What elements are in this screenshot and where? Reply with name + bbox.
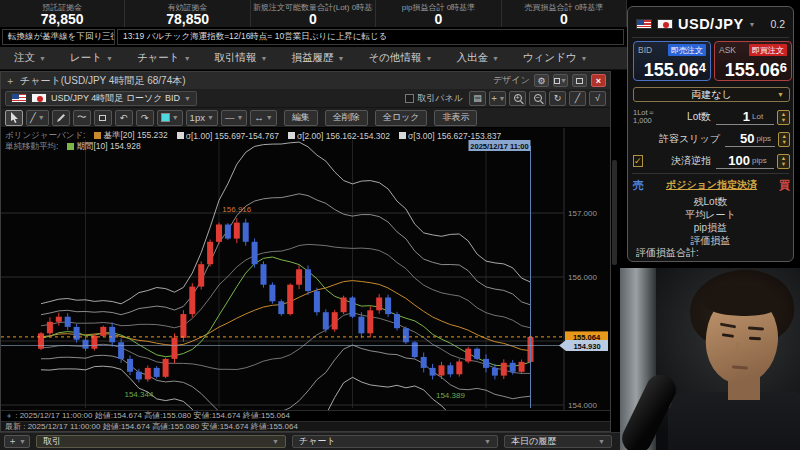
gear-icon[interactable]: ⚙ [534,74,549,87]
scrollbar[interactable] [612,160,617,265]
crosshair-icon[interactable]: ＋▼ [489,91,506,106]
line-tool-icon[interactable]: ╱▼ [26,110,49,126]
account-value: 78,850 [166,13,209,26]
chevron-down-icon: ▼ [338,55,345,62]
svg-text:154.930: 154.930 [573,342,600,351]
edit-button[interactable]: 編集 [284,110,318,126]
total-pl-label: 評価損益合計: [636,246,699,260]
undo-icon[interactable]: ↶ [115,110,133,126]
stamp-tool-icon[interactable] [94,110,112,126]
taskbar-tab-trade[interactable]: 取引▼ [36,435,286,448]
refresh-icon[interactable]: ↻ [549,91,566,106]
chart-titlebar[interactable]: ＋ チャート(USD/JPY 4時間足 68/74本) デザイン ⚙ ▼ × [1,72,610,89]
account-summary-bar: 預託証拠金 78,850 有効証拠金 78,850 新規注文可能数量合計(Lot… [0,0,627,28]
add-tab-button[interactable]: ＋▼ [4,435,30,448]
menu-rates[interactable]: レート▼ [70,51,113,65]
menu-bar: 注文▼ レート▼ チャート▼ 取引情報▼ 損益履歴▼ その他情報▼ 入出金▼ ウ… [0,47,627,70]
bottom-taskbar: ＋▼ 取引▼ チャート▼ 本日の履歴▼ [0,432,620,450]
menu-window[interactable]: ウィンドウ▼ [523,51,588,65]
slippage-label: 許容スリップ [659,132,725,146]
color-picker[interactable]: ▼ [157,110,183,126]
delete-all-button[interactable]: 全削除 [325,110,368,126]
signal-box[interactable]: 転換線が基準線を下回り三役好転解消 [2,29,115,45]
hide-button[interactable]: 非表示 [434,110,477,126]
move-icon[interactable]: ＋ [5,74,15,88]
lock-all-button[interactable]: 全ロック [375,110,428,126]
chevron-down-icon: ▼ [184,55,191,62]
line-style-dropdown[interactable]: —▼ [221,110,247,126]
pencil-tool-icon[interactable] [52,110,70,126]
hedge-mode-value: 両建なし [691,88,731,102]
lot-stepper[interactable]: ▲▼ [777,110,790,125]
position-close-row: 売 ポジション指定決済 買 [633,178,790,192]
slippage-input[interactable]: 50 [725,131,754,147]
stop-input[interactable]: 100 [716,153,750,169]
pen-icon[interactable]: ╱ [569,91,586,106]
trading-app: 預託証拠金 78,850 有効証拠金 78,850 新規注文可能数量合計(Lot… [0,0,800,450]
trade-panel-checkbox[interactable] [405,94,414,103]
hedge-mode-select[interactable]: 両建なし ▼ [633,87,790,102]
svg-text:2025/12/17 11:00: 2025/12/17 11:00 [470,142,528,151]
chevron-down-icon: ▼ [106,55,113,62]
chevron-down-icon: ▼ [581,55,588,62]
chevron-down-icon[interactable]: ▼ [749,21,756,28]
jp-flag-icon [657,19,673,29]
menu-chart[interactable]: チャート▼ [137,51,191,65]
arrow-style-dropdown[interactable]: ↔▼ [250,110,276,126]
bid-button[interactable]: BID 即売注文 155.064 [633,41,711,81]
slippage-stepper[interactable]: ▲▼ [778,132,790,147]
taskbar-tab-chart[interactable]: チャート▼ [292,435,498,448]
symbol-dropdown[interactable]: USD/JPY 4時間足 ローソク BID ▼ [5,91,197,106]
freehand-tool-icon[interactable]: 〜 [73,110,91,126]
news-row: 転換線が基準線を下回り三役好転解消 13:19 バルチック海運指数=12/16時… [0,29,627,46]
price-chart[interactable]: 157.000156.000155.000154.0002025/12/17 1… [1,128,610,410]
menu-deposit[interactable]: 入出金▼ [456,51,498,65]
sell-label[interactable]: 売 [633,178,644,193]
buy-label[interactable]: 買 [779,178,790,193]
account-cell-pip-pl: pip損益合計 0時基準 0 [376,0,501,27]
cursor-tool-icon[interactable] [5,110,23,126]
menu-other-info[interactable]: その他情報▼ [368,51,432,65]
chevron-down-icon: ▼ [261,55,268,62]
us-flag-icon [11,93,27,103]
taskbar-tab-history[interactable]: 本日の履歴▼ [504,435,612,448]
menu-order[interactable]: 注文▼ [14,51,46,65]
lot-input[interactable]: 1 [716,109,750,125]
menu-trade-info[interactable]: 取引情報▼ [215,51,268,65]
ask-label: ASK [719,45,736,55]
pin-icon[interactable] [572,74,587,87]
lot-unit: Lot [750,110,774,125]
panel-list-icon[interactable]: ▤ [469,91,486,106]
close-icon[interactable]: × [591,74,606,87]
slippage-row: 許容スリップ 50 pips ▲▼ [633,130,790,148]
open-lots-label: 残Lot数 [628,195,793,209]
account-cell-deposit: 預託証拠金 78,850 [0,0,125,27]
stop-unit: pips [750,154,774,169]
formula-icon[interactable]: √ [589,91,606,106]
stop-checkbox[interactable]: ✓ [633,155,643,167]
signal-text: 転換線が基準線を下回り三役好転解消 [8,31,115,43]
position-close-link[interactable]: ポジション指定決済 [666,178,757,192]
pair-label: USD/JPY [678,16,744,32]
chart-window-title: チャート(USD/JPY 4時間足 68/74本) [20,74,488,88]
svg-text:156.916: 156.916 [222,205,251,214]
line-width-dropdown[interactable]: 1px▼ [186,110,218,126]
zoom-in-icon[interactable]: + [509,91,526,106]
chevron-down-icon: ▼ [777,91,784,98]
ask-button[interactable]: ASK 即買注文 155.066 [714,41,792,81]
trade-panel-label: 取引パネル [417,92,463,105]
symbol-dropdown-label: USD/JPY 4時間足 ローソク BID [51,92,180,105]
slippage-unit: pips [754,132,775,147]
layout-icon[interactable]: ▼ [553,74,568,87]
bid-label: BID [638,45,652,55]
design-label[interactable]: デザイン [493,74,530,87]
zoom-out-icon[interactable]: − [529,91,546,106]
news-ticker[interactable]: 13:19 バルチック海運指数=12/16時点= 10営業日ぶりに上昇に転じる [117,29,624,45]
bid-price: 155.064 [638,58,706,80]
menu-pl-history[interactable]: 損益履歴▼ [292,51,345,65]
stop-stepper[interactable]: ▲▼ [777,154,790,169]
pip-pl-label: pip損益 [628,221,793,235]
drawing-toolbar: ╱▼ 〜 ↶ ↷ ▼ 1px▼ —▼ ↔▼ 編集 全削除 全ロック 非表示 [1,108,610,128]
svg-text:156.000: 156.000 [568,273,597,282]
redo-icon[interactable]: ↷ [136,110,154,126]
